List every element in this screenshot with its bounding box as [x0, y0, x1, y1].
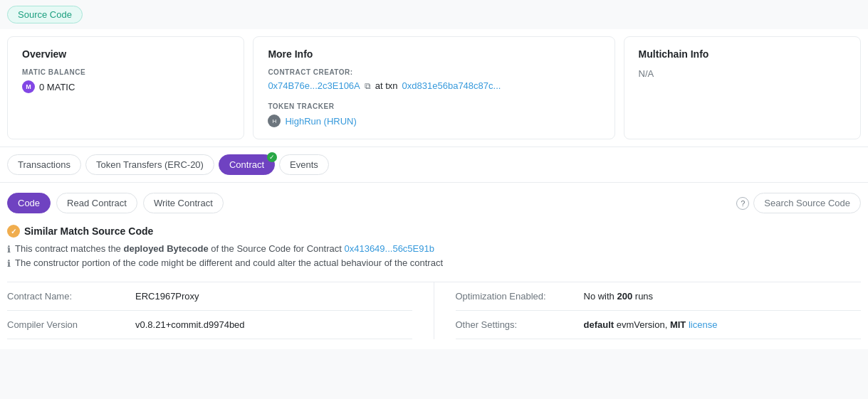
tab-contract[interactable]: Contract ✓ — [219, 154, 275, 175]
tab-token-transfers[interactable]: Token Transfers (ERC-20) — [85, 154, 214, 175]
at-txn-label: at txn — [375, 80, 398, 91]
help-icon[interactable]: ? — [736, 197, 749, 210]
info1-link[interactable]: 0x413649...56c5E91b — [344, 243, 434, 254]
multichain-title: Multichain Info — [639, 48, 846, 60]
contract-creator-row: 0x74B76e...2c3E106A ⧉ at txn 0xd831e56ba… — [268, 80, 600, 91]
info1-bold: deployed Bytecode — [123, 243, 208, 254]
balance-label: MATIC BALANCE — [22, 68, 229, 76]
compiler-version-row: Compiler Version v0.8.21+commit.d9974bed — [7, 311, 412, 339]
other-settings-value: default evmVersion, MIT license — [584, 319, 862, 330]
details-right: Optimization Enabled: No with 200 runs O… — [434, 282, 862, 339]
contract-verified-check: ✓ — [267, 152, 277, 162]
subtabs-row: Code Read Contract Write Contract ? Sear… — [7, 193, 861, 213]
details-left: Contract Name: ERC1967Proxy Compiler Ver… — [7, 282, 434, 339]
contract-name-value: ERC1967Proxy — [135, 291, 412, 302]
multichain-value: N/A — [639, 68, 846, 79]
info1-text1: This contract matches the — [15, 243, 121, 254]
token-tracker-row: H HighRun (HRUN) — [268, 115, 600, 127]
info-row-2: ℹ The constructor portion of the code mi… — [7, 257, 861, 269]
subtab-write-contract[interactable]: Write Contract — [143, 193, 224, 213]
optimization-label: Optimization Enabled: — [456, 291, 584, 302]
similar-match-title: ✓ Similar Match Source Code — [7, 225, 861, 238]
token-tracker-label: TOKEN TRACKER — [268, 102, 600, 110]
overview-title: Overview — [22, 48, 229, 60]
copy-icon[interactable]: ⧉ — [365, 81, 371, 91]
contract-name-row: Contract Name: ERC1967Proxy — [7, 282, 412, 311]
subtab-code[interactable]: Code — [7, 193, 51, 213]
contract-creator-label: CONTRACT CREATOR: — [268, 68, 600, 76]
txn-hash[interactable]: 0xd831e56ba748c87c... — [402, 80, 501, 91]
info-icon-2: ℹ — [7, 258, 11, 269]
token-icon: H — [268, 115, 281, 127]
similar-match-section: ✓ Similar Match Source Code ℹ This contr… — [7, 225, 861, 269]
optimization-value: No with 200 runs — [584, 291, 862, 302]
optimization-row: Optimization Enabled: No with 200 runs — [456, 282, 862, 311]
info2-text: The constructor portion of the code migh… — [15, 257, 443, 268]
tab-events[interactable]: Events — [279, 154, 329, 175]
tabs-row: Transactions Token Transfers (ERC-20) Co… — [0, 147, 868, 183]
balance-value: 0 MATIC — [39, 82, 75, 92]
matic-balance: M 0 MATIC — [22, 80, 229, 93]
more-info-card: More Info CONTRACT CREATOR: 0x74B76e...2… — [253, 36, 615, 139]
details-columns: Contract Name: ERC1967Proxy Compiler Ver… — [7, 282, 861, 339]
license-link[interactable]: license — [689, 319, 717, 330]
multichain-card: Multichain Info N/A — [624, 36, 861, 139]
info1-text2: of the Source Code for Contract — [211, 243, 342, 254]
more-info-title: More Info — [268, 48, 600, 60]
contract-creator-address[interactable]: 0x74B76e...2c3E106A — [268, 80, 360, 91]
info-row-1: ℹ This contract matches the deployed Byt… — [7, 243, 861, 255]
similar-match-icon: ✓ — [7, 225, 20, 238]
tab-transactions[interactable]: Transactions — [7, 154, 81, 175]
content-area: Code Read Contract Write Contract ? Sear… — [0, 183, 868, 349]
matic-icon: M — [22, 80, 35, 93]
other-settings-label: Other Settings: — [456, 319, 584, 330]
contract-name-label: Contract Name: — [7, 291, 135, 302]
source-code-badge: Source Code — [7, 6, 83, 23]
subtab-read-contract[interactable]: Read Contract — [56, 193, 137, 213]
token-name[interactable]: HighRun (HRUN) — [285, 116, 356, 127]
overview-card: Overview MATIC BALANCE M 0 MATIC — [7, 36, 244, 139]
compiler-version-label: Compiler Version — [7, 319, 135, 330]
cards-row: Overview MATIC BALANCE M 0 MATIC More In… — [0, 29, 868, 147]
other-settings-row: Other Settings: default evmVersion, MIT … — [456, 311, 862, 339]
search-source-code-area: ? Search Source Code — [736, 193, 861, 213]
info-icon-1: ℹ — [7, 244, 11, 255]
search-source-code-button[interactable]: Search Source Code — [753, 193, 861, 213]
compiler-version-value: v0.8.21+commit.d9974bed — [135, 319, 412, 330]
